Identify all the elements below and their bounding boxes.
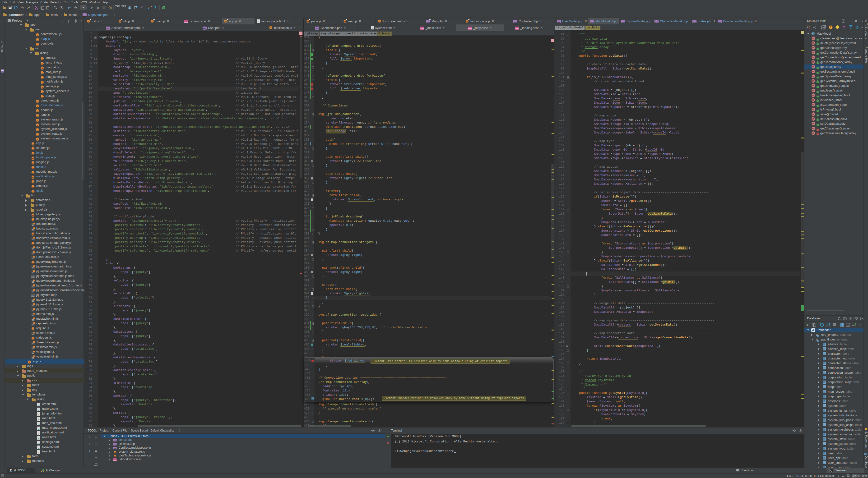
svg-text:c: c xyxy=(837,26,838,29)
svg-text:QL: QL xyxy=(844,318,846,320)
svg-text:z: z xyxy=(815,28,816,30)
svg-text:A: A xyxy=(61,6,63,8)
svg-text:QL: QL xyxy=(847,324,849,326)
svg-text:f: f xyxy=(830,26,831,29)
svg-text:a: a xyxy=(808,28,810,30)
